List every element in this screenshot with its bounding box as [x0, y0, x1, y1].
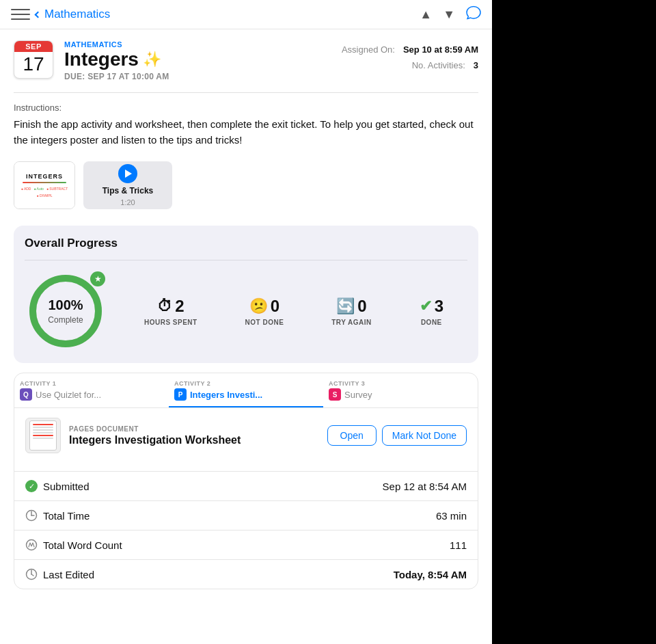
- svg-point-5: [27, 540, 37, 550]
- due-date: DUE: SEP 17 AT 10:00 AM: [64, 72, 317, 81]
- assignment-title-text: Integers: [64, 49, 139, 70]
- total-time-value: 63 min: [436, 510, 467, 522]
- down-arrow-button[interactable]: ▼: [443, 8, 455, 22]
- stat-try-again: 🔄 0 TRY AGAIN: [331, 297, 372, 326]
- integers-poster-attachment[interactable]: INTEGERS ● ADD ● Auto ● SUBTRACT ● DIVMP…: [14, 161, 75, 209]
- thumb-number-line: [23, 182, 66, 183]
- word-count-label: Total Word Count: [43, 539, 122, 551]
- stat-tryagain-label: TRY AGAIN: [331, 319, 372, 326]
- stat-not-done: 😕 0 NOT DONE: [245, 297, 284, 326]
- submitted-label: Submitted: [43, 481, 90, 492]
- video-duration: 1:20: [120, 198, 135, 206]
- donut-center: 100% Complete: [48, 297, 83, 325]
- activity-tab-3-number: ACTIVITY 3: [329, 380, 365, 387]
- activity-tab-1[interactable]: ACTIVITY 1 Q Use Quizlet for...: [14, 373, 169, 407]
- stats-grid: ⏱ 2 HOURS SPENT 😕 0 NOT DONE 🔄 0: [120, 297, 467, 326]
- sidebar-toggle-button[interactable]: [11, 7, 30, 22]
- doc-title: Integers Investigation Worksheet: [69, 434, 319, 446]
- total-time-label: Total Time: [43, 510, 90, 522]
- word-count-row: Total Word Count 111: [14, 530, 478, 559]
- activity-tabs: ACTIVITY 1 Q Use Quizlet for... ACTIVITY…: [14, 373, 478, 408]
- stat-hours-top: ⏱ 2: [157, 297, 184, 316]
- stat-done-top: ✔ 3: [420, 297, 443, 316]
- quizlet-icon: Q: [20, 388, 32, 401]
- instructions-block: Instructions: Finish the app activity an…: [0, 93, 492, 155]
- assignment-header: SEP 17 MATHEMATICS Integers ✨ DUE: SEP 1…: [0, 29, 492, 92]
- comment-button[interactable]: [466, 6, 481, 23]
- donut-label: Complete: [48, 315, 83, 325]
- status-rows: ✓ Submitted Sep 12 at 8:54 AM Total Time…: [14, 471, 478, 589]
- nav-right: ▲ ▼: [420, 6, 481, 23]
- activity-tab-2-row: P Integers Investi...: [174, 388, 262, 401]
- clock-icon: ⏱: [157, 297, 172, 315]
- doc-line-4: [33, 432, 53, 433]
- activity-tab-3-name: Survey: [344, 390, 372, 400]
- submitted-left: ✓ Submitted: [25, 480, 90, 492]
- activity-tab-2[interactable]: ACTIVITY 2 P Integers Investi...: [169, 373, 323, 407]
- stat-done-value: 3: [435, 297, 443, 316]
- doc-line-2: [33, 427, 53, 428]
- survey-icon: S: [329, 388, 341, 401]
- thumb-legend: ● ADD ● Auto ● SUBTRACT ● DIVMPL: [17, 187, 72, 198]
- activity-tab-3[interactable]: ACTIVITY 3 S Survey: [323, 373, 478, 407]
- stat-done-label: DONE: [421, 319, 442, 326]
- doc-type: PAGES DOCUMENT: [69, 425, 319, 433]
- attachments-row: INTEGERS ● ADD ● Auto ● SUBTRACT ● DIVMP…: [0, 155, 492, 220]
- sparkle-icon: ✨: [143, 51, 161, 68]
- no-activities-label: No. Activities:: [412, 60, 465, 70]
- star-badge: ★: [90, 271, 105, 286]
- donut-percent: 100%: [48, 297, 83, 313]
- last-edited-row: Last Edited Today, 8:54 AM: [14, 559, 478, 589]
- assigned-on-label: Assigned On:: [342, 44, 395, 55]
- play-button[interactable]: [118, 164, 137, 183]
- last-edited-value: Today, 8:54 AM: [394, 569, 467, 580]
- back-label: Mathematics: [44, 8, 110, 21]
- word-count-value: 111: [450, 539, 467, 551]
- stat-tryagain-value: 0: [357, 297, 366, 316]
- assignment-title: Integers ✨: [64, 49, 317, 70]
- progress-divider: [25, 260, 467, 260]
- no-activities-value: 3: [474, 60, 478, 70]
- assigned-on-value: Sep 10 at 8:59 AM: [403, 44, 478, 55]
- mark-not-done-button[interactable]: Mark Not Done: [382, 425, 467, 446]
- stat-notdone-label: NOT DONE: [245, 319, 284, 326]
- word-count-icon: [25, 539, 38, 551]
- word-count-left: Total Word Count: [25, 539, 122, 551]
- assignment-title-block: MATHEMATICS Integers ✨ DUE: SEP 17 AT 10…: [64, 40, 317, 81]
- instructions-text: Finish the app activity and worksheet, t…: [14, 117, 478, 148]
- clock-icon-small: [25, 509, 38, 522]
- pages-icon: P: [174, 388, 187, 401]
- top-nav: Mathematics ▲ ▼: [0, 0, 492, 29]
- donut-chart: 100% Complete ★: [25, 270, 107, 352]
- stat-notdone-value: 0: [271, 297, 279, 316]
- integers-thumb: INTEGERS ● ADD ● Auto ● SUBTRACT ● DIVMP…: [14, 162, 74, 209]
- no-activities-row: No. Activities: 3: [328, 60, 478, 70]
- progress-title: Overall Progress: [25, 237, 467, 250]
- doc-info: PAGES DOCUMENT Integers Investigation Wo…: [69, 425, 319, 446]
- open-button[interactable]: Open: [327, 425, 377, 446]
- stat-tryagain-top: 🔄 0: [336, 297, 366, 316]
- back-button[interactable]: Mathematics: [36, 8, 110, 21]
- progress-section: Overall Progress 100% Complete ★ ⏱: [14, 226, 478, 363]
- stat-hours-label: HOURS SPENT: [144, 319, 197, 326]
- tips-tricks-video[interactable]: Tips & Tricks 1:20: [83, 161, 172, 209]
- up-arrow-button[interactable]: ▲: [420, 8, 432, 22]
- subject-label: MATHEMATICS: [64, 40, 317, 49]
- assignment-meta: Assigned On: Sep 10 at 8:59 AM No. Activ…: [328, 40, 478, 76]
- instructions-label: Instructions:: [14, 103, 478, 113]
- last-edited-left: Last Edited: [25, 568, 94, 580]
- activity-tab-1-row: Q Use Quizlet for...: [20, 388, 101, 401]
- nav-left: Mathematics: [11, 7, 110, 22]
- tryagain-icon: 🔄: [336, 297, 355, 315]
- activity-tab-2-number: ACTIVITY 2: [174, 380, 210, 387]
- right-panel: [492, 0, 656, 644]
- notdone-icon: 😕: [249, 297, 268, 315]
- stat-hours-value: 2: [175, 297, 184, 316]
- progress-stats: 100% Complete ★ ⏱ 2 HOURS SPENT 😕: [25, 270, 467, 352]
- calendar-month: SEP: [14, 41, 53, 52]
- stat-notdone-top: 😕 0: [249, 297, 279, 316]
- doc-actions: Open Mark Not Done: [327, 425, 467, 446]
- calendar-badge: SEP 17: [14, 40, 53, 79]
- calendar-day: 17: [14, 52, 53, 78]
- activity-tab-2-name: Integers Investi...: [190, 390, 262, 400]
